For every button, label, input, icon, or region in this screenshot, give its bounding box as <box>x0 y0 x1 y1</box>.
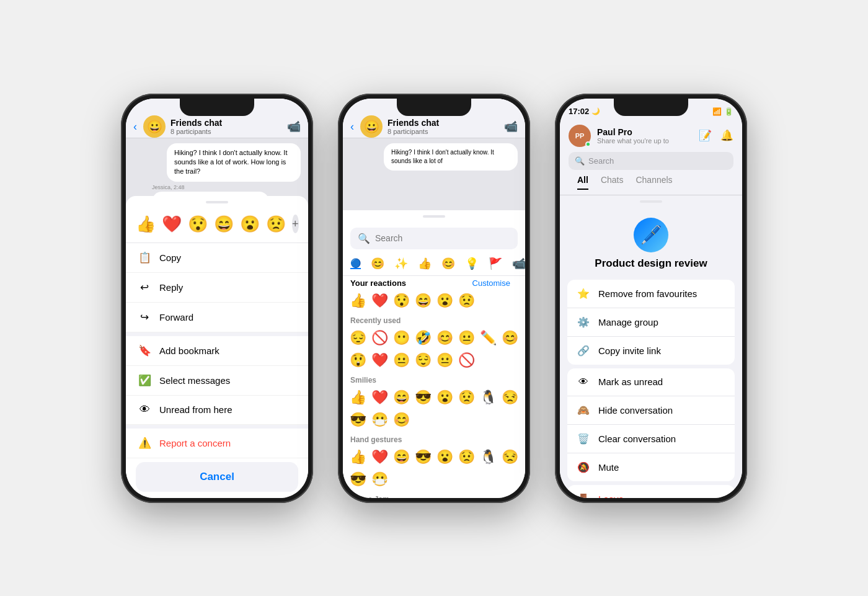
ru-7[interactable]: ✏️ <box>478 327 498 349</box>
search-icon-2: 🔍 <box>358 233 370 244</box>
menu-copy-link[interactable]: 🔗 Copy invite link <box>567 337 735 365</box>
menu-hide-conv[interactable]: 🙈 Hide conversation <box>567 396 735 425</box>
menu-mute[interactable]: 🔕 Mute <box>567 453 735 481</box>
hg-1[interactable]: 👍 <box>348 447 368 468</box>
bell-icon[interactable]: 🔔 <box>720 129 733 142</box>
reaction-heart[interactable]: ❤️ <box>162 215 182 234</box>
chat-name-2: Friends chat <box>388 118 499 128</box>
tab-channels[interactable]: Channels <box>636 175 672 190</box>
ru-10[interactable]: ❤️ <box>370 350 390 371</box>
hg-9[interactable]: 😎 <box>348 469 368 490</box>
emoji-tabs: 🔵 😊 ✨ 👍 😊 💡 🚩 📹 ⚙️ <box>343 254 525 276</box>
hg-3[interactable]: 😄 <box>391 447 412 468</box>
yr-2[interactable]: ❤️ <box>370 290 390 311</box>
menu-item-bookmark[interactable]: 🔖 Add bookmark <box>126 336 308 366</box>
hg-4[interactable]: 😎 <box>413 447 433 468</box>
yr-1[interactable]: 👍 <box>348 290 368 311</box>
menu-leave[interactable]: 🚪 Leave <box>567 485 735 498</box>
separator-1 <box>206 201 228 203</box>
sm-8[interactable]: 😒 <box>500 387 520 408</box>
cancel-btn-1[interactable]: Cancel <box>136 462 298 492</box>
yr-3[interactable]: 😯 <box>391 290 412 311</box>
sm-9[interactable]: 😎 <box>348 409 368 430</box>
user-avatar: PP <box>569 125 591 147</box>
emoji-scroll-area[interactable]: Your reactions Customise 👍 ❤️ 😯 😄 😮 😟 Re… <box>343 276 525 498</box>
menu-item-copy[interactable]: 📋 Copy <box>126 243 308 273</box>
your-reactions-title: Your reactions <box>350 278 406 288</box>
ru-5[interactable]: 😊 <box>435 327 455 349</box>
ru-6[interactable]: 😐 <box>456 327 477 349</box>
smilies-label: Smilies <box>343 371 525 387</box>
sm-11[interactable]: 😊 <box>391 409 412 430</box>
ru-1[interactable]: 😔 <box>348 327 368 349</box>
ru-13[interactable]: 😐 <box>435 350 455 371</box>
phone-3: 17:02 🌙 📶 🔋 PP Paul Pro Share what you <box>555 94 747 503</box>
yr-4[interactable]: 😄 <box>413 290 433 311</box>
ru-14[interactable]: 🚫 <box>456 350 477 371</box>
menu-item-unread[interactable]: 👁 Unread from here <box>126 396 308 425</box>
hg-6[interactable]: 😟 <box>456 447 477 468</box>
emoji-tab-recent[interactable]: 🔵 <box>350 258 361 269</box>
reaction-wow[interactable]: 😯 <box>188 215 208 234</box>
compose-icon[interactable]: 📝 <box>699 129 712 142</box>
sm-3[interactable]: 😄 <box>391 387 412 408</box>
sm-4[interactable]: 😎 <box>413 387 433 408</box>
ru-2[interactable]: 🚫 <box>370 327 390 349</box>
moon-icon: 🌙 <box>591 107 600 115</box>
hg-5[interactable]: 😮 <box>435 447 455 468</box>
ru-3[interactable]: 😶 <box>391 327 412 349</box>
star-icon: ⭐ <box>577 288 590 300</box>
reaction-laugh[interactable]: 😄 <box>214 215 234 234</box>
sm-2[interactable]: ❤️ <box>370 387 390 408</box>
ru-9[interactable]: 😲 <box>348 350 368 371</box>
video-icon-2[interactable]: 📹 <box>504 120 518 133</box>
sm-6[interactable]: 😟 <box>456 387 477 408</box>
emoji-tab-smilies[interactable]: 😊 <box>371 257 384 270</box>
sm-1[interactable]: 👍 <box>348 387 368 408</box>
hg-2[interactable]: ❤️ <box>370 447 390 468</box>
emoji-tab-face[interactable]: 😊 <box>441 257 455 270</box>
yr-6[interactable]: 😟 <box>456 290 477 311</box>
menu-remove-fav[interactable]: ⭐ Remove from favourites <box>567 280 735 308</box>
hg-8[interactable]: 😒 <box>500 447 520 468</box>
menu-item-forward[interactable]: ↪ Forward <box>126 303 308 332</box>
video-icon-1[interactable]: 📹 <box>287 120 301 133</box>
search-bar-3[interactable]: 🔍 Search <box>569 152 733 170</box>
menu-item-select[interactable]: ✅ Select messages <box>126 366 308 396</box>
reaction-thumbs-up[interactable]: 👍 <box>136 215 156 234</box>
menu-mark-unread[interactable]: 👁 Mark as unread <box>567 368 735 396</box>
menu-manage-group[interactable]: ⚙️ Manage group <box>567 308 735 337</box>
menu-item-report[interactable]: ⚠️ Report a concern <box>126 429 308 458</box>
reaction-more-btn[interactable]: + <box>292 215 299 233</box>
ru-12[interactable]: 😌 <box>413 350 433 371</box>
chat-name-1: Friends chat <box>170 118 282 128</box>
customise-link[interactable]: Customise <box>472 278 518 288</box>
hg-7[interactable]: 🐧 <box>478 447 498 468</box>
ru-8[interactable]: 😊 <box>500 327 520 349</box>
sm-5[interactable]: 😮 <box>435 387 455 408</box>
ru-11[interactable]: 😐 <box>391 350 412 371</box>
tab-chats[interactable]: Chats <box>601 175 624 190</box>
wifi-icon: 📶 <box>712 107 722 116</box>
sm-10[interactable]: 😷 <box>370 409 390 430</box>
emoji-tab-thumbs[interactable]: 👍 <box>418 257 432 270</box>
emoji-tab-video[interactable]: 📹 <box>512 257 525 270</box>
menu-item-reply[interactable]: ↩ Reply <box>126 273 308 303</box>
tab-all[interactable]: All <box>577 175 588 190</box>
chat-avatar-2: 😀 <box>360 115 383 138</box>
menu-clear-conv[interactable]: 🗑️ Clear conversation <box>567 425 735 453</box>
ru-4[interactable]: 🤣 <box>413 327 433 349</box>
sm-7[interactable]: 🐧 <box>478 387 498 408</box>
back-arrow-1[interactable]: ‹ <box>133 120 137 133</box>
emoji-tab-light[interactable]: 💡 <box>465 257 479 270</box>
yr-5[interactable]: 😮 <box>435 290 455 311</box>
status-icons: 📶 🔋 <box>712 107 733 116</box>
phone-1-inner: ‹ 😀 Friends chat 8 participants 📹 Hiking… <box>126 99 308 498</box>
hg-10[interactable]: 😷 <box>370 469 390 490</box>
back-arrow-2[interactable]: ‹ <box>350 120 354 133</box>
emoji-tab-flag[interactable]: 🚩 <box>489 257 502 270</box>
emoji-search-input[interactable] <box>375 233 510 243</box>
reaction-sad[interactable]: 😟 <box>266 215 286 234</box>
reaction-surprised[interactable]: 😮 <box>240 215 260 234</box>
emoji-tab-sparkle[interactable]: ✨ <box>394 257 408 270</box>
